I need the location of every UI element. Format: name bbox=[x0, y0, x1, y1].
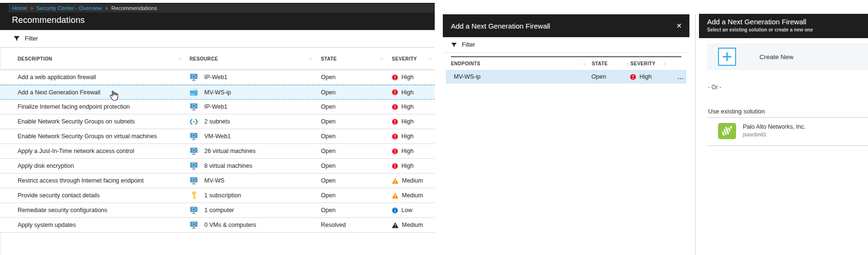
monitor-icon bbox=[190, 221, 198, 229]
monitor-icon bbox=[190, 162, 198, 170]
table-row[interactable]: Finalize Internet facing endpoint protec… bbox=[0, 100, 435, 114]
severity-value: Medium bbox=[402, 177, 423, 184]
sort-icon[interactable] bbox=[179, 56, 181, 61]
severity-cell: High bbox=[392, 163, 435, 169]
column-header-resource: RESOURCE bbox=[190, 56, 321, 61]
column-header-description: DESCRIPTION bbox=[18, 56, 190, 61]
blade-subtitle: Select an existing solution or create a … bbox=[707, 27, 868, 32]
sort-icon[interactable] bbox=[583, 61, 585, 66]
resource-name: 1 subscription bbox=[204, 192, 241, 199]
column-header-severity: SEVERITY bbox=[392, 56, 435, 61]
severity-value: High bbox=[401, 133, 414, 140]
table-row[interactable]: Restrict access through Internet facing … bbox=[0, 173, 435, 188]
state-value: Open bbox=[321, 207, 392, 214]
table-row[interactable]: Enable Network Security Groups on virtua… bbox=[0, 129, 435, 144]
table-row[interactable]: Remediate security configurations bbox=[0, 203, 435, 218]
subnets-icon bbox=[190, 118, 198, 125]
table-body: MV-WS-ip Open High ... bbox=[443, 70, 689, 83]
recommendation-description: Enable Network Security Groups on subnet… bbox=[18, 118, 190, 125]
recommendation-description: Add a Next Generation Firewall bbox=[18, 89, 190, 96]
table-row[interactable]: Provide security contact details bbox=[0, 188, 435, 203]
breadcrumb-separator: > bbox=[105, 6, 108, 11]
or-divider-label: - Or - bbox=[708, 84, 721, 91]
sort-icon[interactable] bbox=[663, 61, 666, 66]
severity-value: Medium bbox=[402, 192, 423, 199]
monitor-icon bbox=[190, 133, 198, 141]
severity-high-icon bbox=[392, 163, 398, 169]
endpoint-name: MV-WS-ip bbox=[454, 73, 591, 80]
filter-icon bbox=[13, 35, 20, 42]
blade-title: Add a Next Generation Firewall bbox=[707, 18, 868, 26]
state-value: Resolved bbox=[321, 222, 392, 228]
severity-cell: High bbox=[392, 118, 435, 125]
severity-value: High bbox=[401, 89, 414, 96]
filter-button[interactable]: Filter bbox=[443, 37, 689, 53]
recommendations-table: DESCRIPTION RESOURCE STATE SEVERITY bbox=[0, 48, 435, 233]
table-row[interactable]: Apply system updates bbox=[0, 218, 435, 233]
resource-name: MV-WS-ip bbox=[204, 89, 231, 96]
recommendation-description: Remediate security configurations bbox=[18, 207, 190, 214]
sort-icon[interactable] bbox=[309, 56, 311, 61]
resource-name: IP-Web1 bbox=[204, 74, 227, 81]
endpoint-row[interactable]: MV-WS-ip Open High ... bbox=[446, 70, 686, 83]
recommendations-blade-header: Home > Security Center - Overview > Reco… bbox=[0, 3, 435, 30]
close-icon[interactable]: ✕ bbox=[676, 22, 682, 29]
breadcrumb-current: Recommendations bbox=[111, 5, 157, 11]
column-header-severity: SEVERITY bbox=[630, 61, 678, 66]
key-icon bbox=[191, 191, 197, 200]
table-row[interactable]: Enable Network Security Groups on subnet… bbox=[0, 114, 435, 129]
severity-high-icon bbox=[392, 89, 398, 95]
resource-cell: 26 virtual machines bbox=[190, 147, 321, 155]
monitor-icon bbox=[190, 147, 198, 155]
recommendation-description: Apply a Just-In-Time network access cont… bbox=[18, 148, 190, 154]
severity-cell: High bbox=[392, 103, 435, 110]
monitor-icon bbox=[190, 177, 198, 185]
recommendation-description: Finalize Internet facing endpoint protec… bbox=[18, 103, 190, 110]
breadcrumb-separator: > bbox=[30, 6, 33, 11]
use-existing-solution-heading: Use existing solution bbox=[708, 108, 765, 115]
filter-label: Filter bbox=[25, 35, 38, 42]
sort-icon[interactable] bbox=[380, 56, 382, 61]
sort-icon[interactable] bbox=[626, 61, 629, 66]
existing-solution-item[interactable]: Palo Alto Networks, Inc. jsascbnd1 bbox=[707, 118, 868, 146]
resource-name: 2 subnets bbox=[204, 118, 230, 125]
state-value: Open bbox=[321, 89, 392, 96]
table-row[interactable]: Apply a Just-In-Time network access cont… bbox=[0, 144, 435, 159]
filter-button[interactable]: Filter bbox=[0, 30, 435, 48]
create-new-button[interactable]: Create New bbox=[707, 43, 868, 70]
severity-cell: Medium bbox=[392, 177, 435, 184]
recommendation-description: Apply disk encryption bbox=[18, 163, 190, 169]
state-value: Open bbox=[591, 73, 630, 80]
resource-cell: 1 subscription bbox=[190, 192, 321, 200]
column-header-state: STATE bbox=[321, 56, 392, 61]
severity-cell: Medium bbox=[392, 222, 435, 228]
resource-cell: MV-WS-ip bbox=[190, 88, 321, 96]
recommendation-description: Provide security contact details bbox=[18, 192, 190, 199]
severity-value: High bbox=[401, 163, 414, 169]
severity-medium-icon bbox=[392, 193, 399, 199]
state-value: Open bbox=[321, 148, 392, 154]
endpoints-table: ENDPOINTS STATE SEVERITY MV-WS-ip bbox=[443, 56, 689, 83]
resource-name: 0 VMs & computers bbox=[204, 222, 256, 228]
severity-value: High bbox=[639, 73, 652, 80]
page-title: Recommendations bbox=[12, 15, 85, 25]
resource-cell: 2 subnets bbox=[190, 118, 321, 126]
resource-name: 1 computer bbox=[204, 207, 234, 214]
next-gen-firewall-blade: Add a Next Generation Firewall ✕ Filter … bbox=[443, 0, 689, 255]
state-value: Open bbox=[321, 133, 392, 140]
recommendation-description: Add a web application firewall bbox=[18, 74, 190, 81]
row-context-menu[interactable]: ... bbox=[678, 73, 691, 81]
table-row[interactable]: Apply disk encryption bbox=[0, 159, 435, 173]
blade-header: Add a Next Generation Firewall Select an… bbox=[699, 14, 868, 38]
severity-cell: High bbox=[392, 89, 435, 96]
state-value: Open bbox=[321, 118, 392, 125]
resource-name: 26 virtual machines bbox=[204, 148, 256, 154]
table-row[interactable]: Add a Next Generation Firewall bbox=[0, 85, 435, 100]
breadcrumb-security-center-overview[interactable]: Security Center - Overview bbox=[37, 5, 102, 11]
table-header-row: DESCRIPTION RESOURCE STATE SEVERITY bbox=[0, 48, 435, 70]
state-value: Open bbox=[321, 177, 392, 184]
sort-icon[interactable] bbox=[429, 56, 431, 61]
severity-cell: High bbox=[630, 73, 678, 80]
breadcrumb-home[interactable]: Home bbox=[12, 5, 27, 11]
table-row[interactable]: Add a web application firewall bbox=[0, 70, 435, 85]
